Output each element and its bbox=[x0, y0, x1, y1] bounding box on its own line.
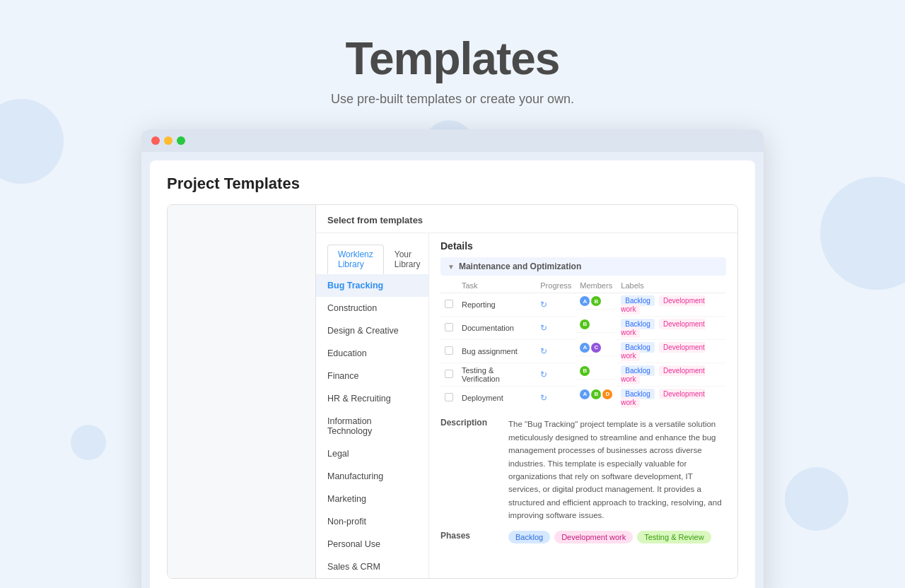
col-task: Task bbox=[457, 278, 536, 293]
chevron-down-icon: ▼ bbox=[448, 263, 455, 271]
page-header: Templates Use pre-built templates or cre… bbox=[331, 0, 574, 124]
members-cell: A C bbox=[576, 340, 617, 356]
members-cell: A B D bbox=[576, 387, 617, 402]
bg-decoration-4 bbox=[785, 467, 848, 531]
traffic-light-green[interactable] bbox=[177, 136, 185, 145]
category-item-non-profit[interactable]: Non-profit bbox=[316, 510, 428, 533]
avatar: B bbox=[591, 389, 601, 399]
phase-badge-backlog: Backlog bbox=[508, 531, 550, 543]
category-item-design-creative[interactable]: Design & Creative bbox=[316, 319, 428, 342]
col-progress: Progress bbox=[536, 278, 576, 293]
app-content: Project Templates Select from templates … bbox=[150, 160, 755, 588]
members-cell: A B bbox=[576, 293, 617, 310]
category-item-sales-crm[interactable]: Sales & CRM bbox=[316, 555, 428, 578]
col-members: Members bbox=[576, 278, 617, 293]
task-name: Reporting bbox=[457, 293, 536, 317]
category-column: Worklenz Library Your Library Bug Tracki… bbox=[316, 233, 429, 578]
labels-cell: Backlog Development work bbox=[617, 363, 726, 387]
task-name: Deployment bbox=[457, 387, 536, 410]
avatar: A bbox=[580, 389, 590, 399]
description-label: Description bbox=[440, 418, 497, 522]
row-checkbox[interactable] bbox=[445, 370, 453, 378]
progress-icon: ↻ bbox=[540, 346, 547, 356]
category-item-construction[interactable]: Construction bbox=[316, 297, 428, 319]
category-item-marketing[interactable]: Marketing bbox=[316, 488, 428, 510]
project-templates-title: Project Templates bbox=[167, 175, 738, 193]
row-checkbox[interactable] bbox=[445, 300, 453, 308]
labels-cell: Backlog Development work bbox=[617, 387, 726, 410]
avatar: B bbox=[580, 319, 590, 329]
progress-icon: ↻ bbox=[540, 323, 547, 333]
progress-icon: ↻ bbox=[540, 393, 547, 403]
phase-badge-devwork: Development work bbox=[554, 531, 633, 543]
col-checkbox bbox=[440, 278, 457, 293]
category-item-personal-use[interactable]: Personal Use bbox=[316, 533, 428, 555]
task-name: Documentation bbox=[457, 317, 536, 340]
labels-cell: Backlog Development work bbox=[617, 340, 726, 363]
tab-your-library[interactable]: Your Library bbox=[384, 245, 431, 274]
members-cell: B bbox=[576, 317, 617, 333]
task-name: Bug assignment bbox=[457, 340, 536, 363]
browser-titlebar bbox=[141, 129, 764, 152]
avatar: A bbox=[580, 343, 590, 353]
right-panel: Select from templates Worklenz Library Y… bbox=[316, 205, 737, 578]
tabs-row: Worklenz Library Your Library bbox=[316, 237, 428, 274]
avatar: C bbox=[591, 343, 601, 353]
description-section: Description The "Bug Tracking" project t… bbox=[440, 418, 726, 522]
category-item-information-technology[interactable]: Information Technology bbox=[316, 410, 428, 442]
group-header: ▼ Maintenance and Optimization bbox=[440, 257, 726, 276]
category-item-education[interactable]: Education bbox=[316, 342, 428, 365]
details-pane: Details ▼ Maintenance and Optimization bbox=[429, 233, 737, 578]
page-subtitle: Use pre-built templates or create your o… bbox=[331, 92, 574, 107]
group-name: Maintenance and Optimization bbox=[459, 261, 581, 271]
category-item-finance[interactable]: Finance bbox=[316, 365, 428, 387]
avatar: B bbox=[580, 366, 590, 376]
category-item-legal[interactable]: Legal bbox=[316, 442, 428, 465]
select-from-header: Select from templates bbox=[316, 205, 737, 233]
row-checkbox[interactable] bbox=[445, 393, 453, 401]
phases-section: Phases Backlog Development work Testing … bbox=[440, 531, 726, 543]
description-text: The "Bug Tracking" project template is a… bbox=[508, 418, 726, 522]
bg-decoration-1 bbox=[0, 99, 64, 184]
task-table: Task Progress Members Labels bbox=[440, 278, 726, 409]
row-checkbox[interactable] bbox=[445, 346, 453, 355]
avatar: A bbox=[580, 296, 590, 306]
phases-badges: Backlog Development work Testing & Revie… bbox=[508, 531, 711, 543]
category-sidebar bbox=[168, 205, 316, 578]
col-labels: Labels bbox=[617, 278, 726, 293]
bg-decoration-3 bbox=[820, 177, 905, 290]
progress-icon: ↻ bbox=[540, 370, 547, 380]
category-item-manufacturing[interactable]: Manufacturing bbox=[316, 465, 428, 488]
traffic-light-yellow[interactable] bbox=[164, 136, 173, 145]
tab-worklenz-library[interactable]: Worklenz Library bbox=[327, 245, 384, 274]
category-list: Bug Tracking Construction Design & Creat… bbox=[316, 274, 428, 578]
phase-badge-testing: Testing & Review bbox=[637, 531, 711, 543]
traffic-light-red[interactable] bbox=[151, 136, 160, 145]
page-title: Templates bbox=[331, 34, 574, 83]
table-row: Bug assignment ↻ A C Backlog Development… bbox=[440, 340, 726, 363]
table-row: Testing & Verification ↻ B Backlog Devel… bbox=[440, 363, 726, 387]
table-row: Deployment ↻ A B D Backlog bbox=[440, 387, 726, 410]
browser-window: Project Templates Select from templates … bbox=[141, 129, 764, 588]
details-label: Details bbox=[440, 233, 726, 257]
category-item-bug-tracking[interactable]: Bug Tracking bbox=[316, 274, 428, 297]
avatar: D bbox=[602, 389, 612, 399]
labels-cell: Backlog Development work bbox=[617, 293, 726, 317]
category-item-hr-recruiting[interactable]: HR & Recruiting bbox=[316, 387, 428, 410]
members-cell: B bbox=[576, 363, 617, 380]
labels-cell: Backlog Development work bbox=[617, 317, 726, 340]
bg-decoration-5 bbox=[71, 425, 106, 460]
avatar: B bbox=[591, 296, 601, 306]
table-row: Reporting ↻ A B Backlog Development work bbox=[440, 293, 726, 317]
phases-label: Phases bbox=[440, 531, 497, 541]
task-name: Testing & Verification bbox=[457, 363, 536, 387]
templates-panel: Select from templates Worklenz Library Y… bbox=[167, 204, 738, 579]
table-row: Documentation ↻ B Backlog Development wo… bbox=[440, 317, 726, 340]
row-checkbox[interactable] bbox=[445, 323, 453, 331]
progress-icon: ↻ bbox=[540, 300, 547, 310]
